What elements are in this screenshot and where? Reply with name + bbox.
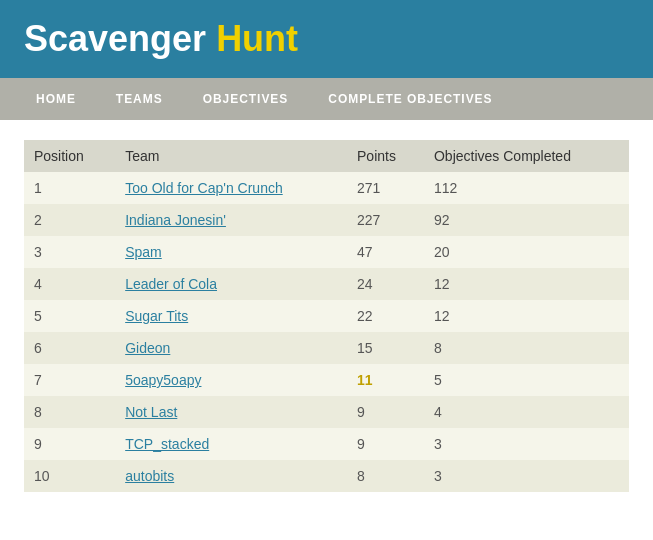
cell-team: Leader of Cola bbox=[115, 268, 347, 300]
page-title: Scavenger Hunt bbox=[24, 18, 629, 60]
cell-team: Spam bbox=[115, 236, 347, 268]
nav-item-complete-objectives[interactable]: COMPLETE OBJECTIVES bbox=[308, 78, 512, 120]
cell-team: Sugar Tits bbox=[115, 300, 347, 332]
cell-position: 2 bbox=[24, 204, 115, 236]
cell-team: autobits bbox=[115, 460, 347, 492]
table-row: 10autobits83 bbox=[24, 460, 629, 492]
header: Scavenger Hunt bbox=[0, 0, 653, 78]
cell-points: 271 bbox=[347, 172, 424, 204]
cell-position: 4 bbox=[24, 268, 115, 300]
col-objectives: Objectives Completed bbox=[424, 140, 629, 172]
table-header-row: Position Team Points Objectives Complete… bbox=[24, 140, 629, 172]
cell-position: 5 bbox=[24, 300, 115, 332]
cell-points: 9 bbox=[347, 396, 424, 428]
cell-position: 6 bbox=[24, 332, 115, 364]
nav-item-objectives[interactable]: OBJECTIVES bbox=[183, 78, 309, 120]
cell-objectives: 20 bbox=[424, 236, 629, 268]
cell-points: 9 bbox=[347, 428, 424, 460]
table-row: 6Gideon158 bbox=[24, 332, 629, 364]
cell-team: 5oapy5oapy bbox=[115, 364, 347, 396]
team-link[interactable]: TCP_stacked bbox=[125, 436, 209, 452]
team-link[interactable]: Sugar Tits bbox=[125, 308, 188, 324]
cell-objectives: 112 bbox=[424, 172, 629, 204]
cell-objectives: 5 bbox=[424, 364, 629, 396]
cell-objectives: 4 bbox=[424, 396, 629, 428]
cell-objectives: 8 bbox=[424, 332, 629, 364]
table-row: 75oapy5oapy115 bbox=[24, 364, 629, 396]
table-row: 1Too Old for Cap'n Crunch271112 bbox=[24, 172, 629, 204]
cell-objectives: 12 bbox=[424, 268, 629, 300]
col-points: Points bbox=[347, 140, 424, 172]
cell-team: TCP_stacked bbox=[115, 428, 347, 460]
cell-position: 1 bbox=[24, 172, 115, 204]
cell-objectives: 3 bbox=[424, 460, 629, 492]
cell-objectives: 92 bbox=[424, 204, 629, 236]
team-link[interactable]: Too Old for Cap'n Crunch bbox=[125, 180, 283, 196]
title-hunt: Hunt bbox=[216, 18, 298, 59]
cell-team: Indiana Jonesin' bbox=[115, 204, 347, 236]
team-link[interactable]: 5oapy5oapy bbox=[125, 372, 201, 388]
cell-points: 15 bbox=[347, 332, 424, 364]
col-position: Position bbox=[24, 140, 115, 172]
cell-points: 11 bbox=[347, 364, 424, 396]
table-row: 5Sugar Tits2212 bbox=[24, 300, 629, 332]
table-row: 8Not Last94 bbox=[24, 396, 629, 428]
team-link[interactable]: Gideon bbox=[125, 340, 170, 356]
team-link[interactable]: Leader of Cola bbox=[125, 276, 217, 292]
cell-team: Gideon bbox=[115, 332, 347, 364]
cell-points: 22 bbox=[347, 300, 424, 332]
cell-position: 9 bbox=[24, 428, 115, 460]
team-link[interactable]: Indiana Jonesin' bbox=[125, 212, 226, 228]
nav-item-home[interactable]: HOME bbox=[16, 78, 96, 120]
team-link[interactable]: Spam bbox=[125, 244, 162, 260]
cell-position: 7 bbox=[24, 364, 115, 396]
col-team: Team bbox=[115, 140, 347, 172]
table-row: 9TCP_stacked93 bbox=[24, 428, 629, 460]
nav-item-teams[interactable]: TEAMS bbox=[96, 78, 183, 120]
cell-points: 8 bbox=[347, 460, 424, 492]
team-link[interactable]: Not Last bbox=[125, 404, 177, 420]
cell-objectives: 3 bbox=[424, 428, 629, 460]
team-link[interactable]: autobits bbox=[125, 468, 174, 484]
leaderboard-table: Position Team Points Objectives Complete… bbox=[24, 140, 629, 492]
main-content: Position Team Points Objectives Complete… bbox=[0, 120, 653, 512]
cell-position: 10 bbox=[24, 460, 115, 492]
navigation: HOMETEAMSOBJECTIVESCOMPLETE OBJECTIVES bbox=[0, 78, 653, 120]
cell-points: 227 bbox=[347, 204, 424, 236]
table-row: 3Spam4720 bbox=[24, 236, 629, 268]
cell-team: Not Last bbox=[115, 396, 347, 428]
title-scavenger: Scavenger bbox=[24, 18, 216, 59]
table-row: 2Indiana Jonesin'22792 bbox=[24, 204, 629, 236]
cell-position: 8 bbox=[24, 396, 115, 428]
cell-points: 47 bbox=[347, 236, 424, 268]
table-row: 4Leader of Cola2412 bbox=[24, 268, 629, 300]
cell-objectives: 12 bbox=[424, 300, 629, 332]
cell-points: 24 bbox=[347, 268, 424, 300]
cell-position: 3 bbox=[24, 236, 115, 268]
cell-team: Too Old for Cap'n Crunch bbox=[115, 172, 347, 204]
